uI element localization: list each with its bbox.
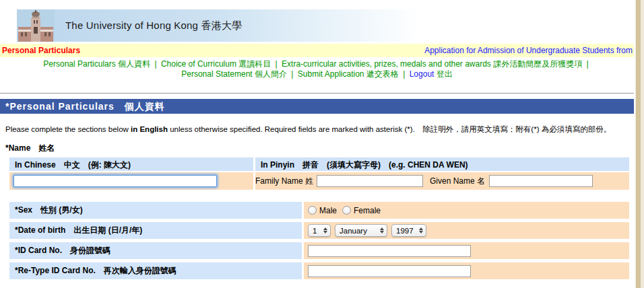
given-name-label: Given Name 名 (430, 176, 485, 187)
nav-link-personal-particulars[interactable]: Personal Particulars 個人資料 (43, 59, 150, 69)
nav-separator: | (154, 59, 156, 69)
male-radio[interactable] (308, 206, 317, 215)
retype-id-card-value-cell (304, 262, 629, 279)
nav-link-submit-application[interactable]: Submit Application 遞交表格 (298, 69, 399, 79)
family-name-input[interactable] (317, 175, 423, 187)
date-of-birth-label: *Date of birth 出生日期 (日/月/年) (9, 222, 302, 239)
year-select-value: 1997 (396, 227, 414, 235)
divider-line (0, 93, 634, 94)
sex-label: *Sex 性別 (男/女) (9, 202, 302, 219)
application-title: Application for Admission of Undergradua… (424, 46, 633, 55)
select-stepper-icon (380, 227, 384, 233)
retype-id-card-row: *Re-Type ID Card No. 再次輸入身份證號碼 (9, 262, 629, 279)
month-select[interactable]: January (335, 224, 387, 237)
select-stepper-icon (419, 227, 423, 233)
retype-id-card-input[interactable] (308, 265, 471, 277)
name-table-header-row: In Chinese 中文 (例: 陳大文) In Pinyin 拼音 (須填大… (9, 157, 629, 171)
family-name-label: Family Name 姓 (255, 176, 313, 187)
date-of-birth-value-cell: 1 January 1997 (304, 222, 629, 239)
personal-details-table: *Sex 性別 (男/女) Male Female *Date of birth… (9, 202, 629, 279)
application-page: The University of Hong Kong 香港大學 Persona… (0, 9, 634, 279)
id-card-label: *ID Card No. 身份證號碼 (9, 242, 302, 259)
retype-id-card-label: *Re-Type ID Card No. 再次輸入身份證號碼 (9, 262, 302, 279)
nav-line-2: Personal Statement 個人簡介 | Submit Applica… (0, 69, 634, 79)
pinyin-name-header: In Pinyin 拼音 (須填大寫字母) (e.g. CHEN DA WEN) (255, 157, 629, 171)
nav-separator: | (291, 69, 293, 79)
university-name: The University of Hong Kong 香港大學 (55, 20, 242, 32)
nav-separator: | (403, 69, 405, 79)
female-radio-label: Female (354, 206, 381, 215)
nav-separator: | (276, 59, 278, 69)
name-section-label: *Name 姓名 (5, 143, 634, 154)
current-section-label: Personal Particulars (2, 46, 80, 55)
nav-link-extra-curricular[interactable]: Extra-curricular activities, prizes, med… (282, 59, 582, 69)
page-title: *Personal Particulars 個人資料 (0, 99, 634, 114)
year-select[interactable]: 1997 (391, 224, 426, 237)
nav-link-personal-statement[interactable]: Personal Statement 個人簡介 (181, 69, 287, 79)
sex-row: *Sex 性別 (男/女) Male Female (9, 202, 629, 219)
nav-menu: Personal Particulars 個人資料 | Choice of Cu… (0, 59, 634, 79)
month-select-value: January (340, 227, 367, 235)
nav-separator: | (587, 59, 589, 69)
sex-value-cell: Male Female (304, 202, 629, 219)
nav-link-choice-of-curriculum[interactable]: Choice of Curriculum 選讀科目 (161, 59, 271, 69)
window-edge-outer (641, 0, 644, 288)
chinese-name-cell (9, 172, 253, 190)
chinese-name-header: In Chinese 中文 (例: 陳大文) (9, 157, 253, 171)
status-bar: Personal Particulars Application for Adm… (0, 44, 634, 57)
university-banner: The University of Hong Kong 香港大學 (17, 9, 421, 42)
university-building-image (17, 9, 55, 42)
instructions-bold-in-english: in English (131, 125, 168, 133)
day-select[interactable]: 1 (308, 224, 331, 237)
id-card-value-cell (304, 242, 629, 259)
name-table: In Chinese 中文 (例: 陳大文) In Pinyin 拼音 (須填大… (9, 157, 629, 190)
pinyin-name-cell: Family Name 姓 Given Name 名 (255, 172, 629, 190)
select-stepper-icon (323, 227, 327, 233)
instructions-text: Please complete the sections below in En… (5, 124, 629, 135)
given-name-input[interactable] (489, 175, 593, 187)
date-of-birth-row: *Date of birth 出生日期 (日/月/年) 1 January 19… (9, 222, 629, 239)
chinese-name-input[interactable] (13, 175, 217, 187)
male-radio-label: Male (319, 206, 337, 215)
nav-link-logout[interactable]: Logout (410, 69, 434, 79)
nav-logout-chinese-label: 登出 (437, 69, 453, 79)
id-card-row: *ID Card No. 身份證號碼 (9, 242, 629, 259)
instructions-post: unless otherwise specified. Required fie… (168, 125, 611, 133)
female-radio[interactable] (342, 206, 351, 215)
nav-line-1: Personal Particulars 個人資料 | Choice of Cu… (0, 59, 634, 69)
instructions-pre: Please complete the sections below (5, 125, 131, 133)
day-select-value: 1 (313, 227, 317, 235)
id-card-input[interactable] (308, 245, 471, 257)
name-table-input-row: Family Name 姓 Given Name 名 (9, 172, 629, 190)
window-edge-scroll-strip[interactable] (635, 0, 641, 288)
